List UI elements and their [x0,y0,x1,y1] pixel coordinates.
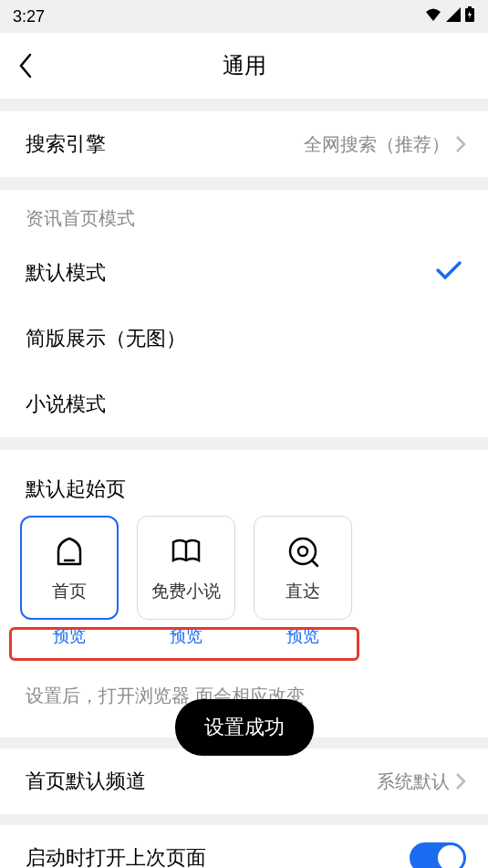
nav-header: 通用 [0,33,488,99]
switch-knob [438,845,463,868]
preview-row: 预览 预览 预览 [0,620,488,662]
mode-option-novel[interactable]: 小说模式 [0,371,488,437]
page-title: 通用 [0,51,488,80]
open-last-page-label: 启动时打开上次页面 [26,844,206,868]
signal-icon [446,7,461,26]
chevron-right-icon [455,135,466,153]
status-bar: 3:27 [0,0,488,33]
svg-rect-0 [468,6,472,8]
chevron-left-icon [17,53,34,78]
start-page-card-direct[interactable]: 直达 [254,516,352,620]
mode-option-simple[interactable]: 简版展示（无图） [0,306,488,371]
default-channel-value: 系统默认 [377,769,466,794]
mode-option-label: 默认模式 [26,259,106,287]
start-page-card-novel[interactable]: 免费小说 [137,516,235,620]
open-last-page-row: 启动时打开上次页面 [0,825,488,868]
search-engine-row[interactable]: 搜索引擎 全网搜索（推荐） [0,111,488,177]
chevron-right-icon [455,772,466,790]
mode-option-label: 小说模式 [26,391,106,418]
card-label: 直达 [286,580,320,603]
home-mode-section-title: 资讯首页模式 [0,190,488,240]
start-page-card-home[interactable]: 首页 [20,516,119,620]
default-channel-row[interactable]: 首页默认频道 系统默认 [0,748,488,814]
toast: 设置成功 [175,699,314,756]
preview-link-direct[interactable]: 预览 [254,625,352,647]
start-page-cards: 首页 免费小说 直达 [0,516,488,620]
preview-link-home[interactable]: 预览 [20,625,119,647]
divider [0,99,488,111]
wifi-icon [424,7,442,26]
home-icon [50,532,88,570]
start-page-title: 默认起始页 [0,450,488,516]
divider [0,814,488,825]
search-engine-value: 全网搜索（推荐） [304,132,466,157]
search-engine-label: 搜索引擎 [26,131,106,158]
status-time: 3:27 [13,7,45,26]
divider [0,437,488,450]
open-last-page-toggle[interactable] [410,842,466,868]
battery-icon [464,6,475,27]
preview-link-novel[interactable]: 预览 [137,625,235,647]
check-icon [435,260,462,286]
card-label: 首页 [52,580,87,603]
card-label: 免费小说 [151,580,221,603]
status-icons [424,6,475,27]
book-icon [167,532,205,570]
direct-icon [284,532,322,570]
mode-option-default[interactable]: 默认模式 [0,240,488,306]
back-button[interactable] [0,33,51,99]
default-channel-label: 首页默认频道 [26,768,146,795]
mode-option-label: 简版展示（无图） [26,325,186,352]
svg-line-6 [312,560,317,566]
divider [0,177,488,190]
svg-point-5 [298,547,307,556]
